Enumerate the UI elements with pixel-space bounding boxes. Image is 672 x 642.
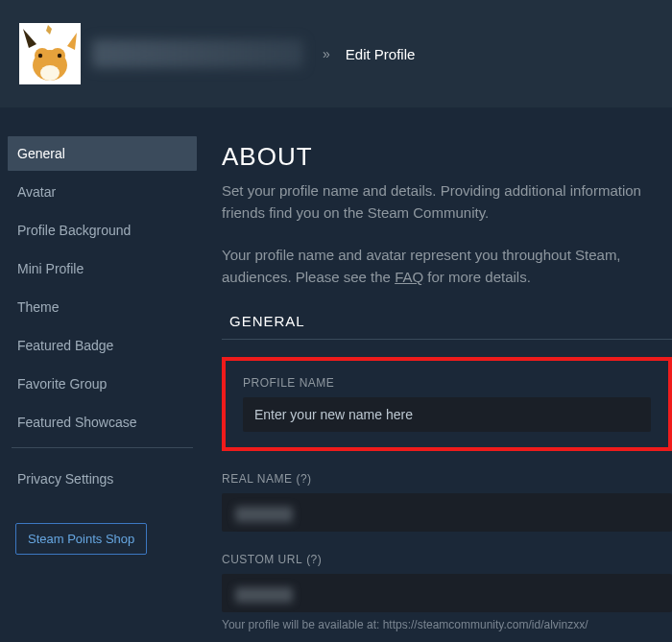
svg-point-6 <box>58 54 61 58</box>
breadcrumb-separator: » <box>323 46 330 61</box>
username-redacted <box>92 39 303 68</box>
breadcrumb-current: Edit Profile <box>346 46 416 62</box>
sidebar-item-featured-showcase[interactable]: Featured Showcase <box>8 405 197 440</box>
svg-point-2 <box>40 65 60 81</box>
profile-header: » Edit Profile <box>0 0 672 107</box>
main-content: ABOUT Set your profile name and details.… <box>197 136 672 631</box>
sidebar-item-profile-background[interactable]: Profile Background <box>8 213 197 248</box>
custom-url-hint: Your profile will be available at: https… <box>222 618 672 631</box>
about-description-1: Set your profile name and details. Provi… <box>222 179 672 225</box>
real-name-input[interactable] <box>222 493 672 532</box>
custom-url-redacted <box>235 587 293 603</box>
sidebar-item-theme[interactable]: Theme <box>8 290 197 324</box>
sidebar-item-favorite-group[interactable]: Favorite Group <box>8 367 197 401</box>
help-icon[interactable]: (?) <box>296 472 311 486</box>
about-heading: ABOUT <box>222 142 672 172</box>
url-hint-prefix: Your profile will be available at: <box>222 618 383 631</box>
sidebar-divider <box>12 447 193 448</box>
real-name-label: REAL NAME <box>222 472 292 486</box>
about-text-after-faq: for more details. <box>423 269 531 285</box>
faq-link[interactable]: FAQ <box>395 269 423 285</box>
url-hint-value: https://steamcommunity.com/id/alvinzxx/ <box>383 618 588 631</box>
steam-points-shop-button[interactable]: Steam Points Shop <box>15 523 147 555</box>
help-icon[interactable]: (?) <box>306 553 322 566</box>
profile-name-input[interactable] <box>243 397 651 432</box>
real-name-redacted <box>235 507 293 522</box>
general-section-header: GENERAL <box>222 313 672 340</box>
profile-name-label: PROFILE NAME <box>243 376 651 390</box>
profile-name-highlight: PROFILE NAME <box>222 357 672 451</box>
sidebar-item-featured-badge[interactable]: Featured Badge <box>8 328 197 363</box>
custom-url-label: CUSTOM URL <box>222 553 302 566</box>
sidebar-item-mini-profile[interactable]: Mini Profile <box>8 251 197 286</box>
custom-url-input[interactable] <box>222 574 672 612</box>
sidebar: General Avatar Profile Background Mini P… <box>0 136 197 631</box>
sidebar-item-avatar[interactable]: Avatar <box>8 175 197 209</box>
avatar[interactable] <box>19 23 81 84</box>
sidebar-item-privacy-settings[interactable]: Privacy Settings <box>8 462 197 496</box>
about-description-2: Your profile name and avatar represent y… <box>222 244 672 289</box>
sidebar-item-general[interactable]: General <box>8 136 197 171</box>
svg-point-5 <box>38 54 42 58</box>
